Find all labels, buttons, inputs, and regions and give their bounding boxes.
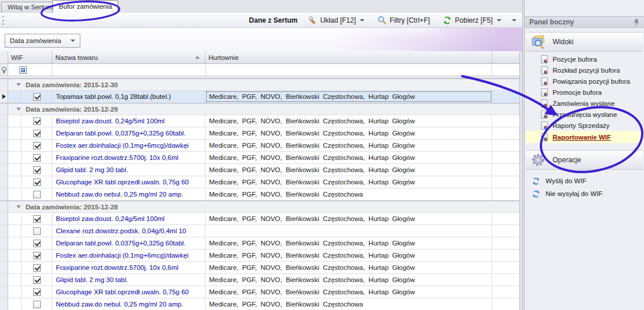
wholesalers-cell[interactable]: Medicare, PGF, NOVO, Bieńkowski Częstoch… (206, 176, 492, 188)
wif-cell[interactable] (22, 298, 52, 310)
table-row[interactable]: Fraxiparine rozt.dowstrz.5700j. 10x 0,6m… (0, 262, 519, 274)
wholesalers-cell[interactable]: Medicare, PGF, NOVO, Bieńkowski Częstoch… (206, 286, 492, 298)
wif-cell[interactable] (22, 262, 52, 273)
table-row[interactable]: Delparan tabl.powl. 0,0375g+0,325g 60tab… (0, 237, 519, 250)
product-name-cell[interactable]: Biseptol zaw.doust. 0,24g/5ml 100ml (52, 115, 206, 127)
wif-checkbox[interactable] (33, 166, 41, 174)
pin-icon[interactable] (634, 19, 639, 26)
product-name-cell[interactable]: Glipid tabl. 2 mg 30 tabl. (52, 164, 206, 176)
wif-checkbox[interactable] (33, 191, 41, 198)
group-row[interactable]: Data zamówienia: 2015-12-30 (0, 79, 519, 91)
product-name-cell[interactable]: Clexane rozt.dowstrz.podsk. 0,04g/0,4ml … (52, 225, 206, 237)
product-name-cell[interactable]: Nebbud zaw.do nebul. 0,25 mg/ml 20 amp. (52, 298, 206, 310)
table-row[interactable]: Glipid tabl. 2 mg 30 tabl.Medicare, PGF,… (0, 274, 519, 286)
wif-cell[interactable] (22, 286, 52, 298)
product-name-cell[interactable]: Fraxiparine rozt.dowstrz.5700j. 10x 0,6m… (52, 262, 206, 273)
sidebar-item-raportowanie-wif[interactable]: Raportowanie WIF (526, 131, 643, 143)
product-name-cell[interactable]: Fraxiparine rozt.dowstrz.5700j. 10x 0,6m… (52, 152, 206, 163)
wholesalers-cell[interactable]: Medicare, PGF, NOVO, Bieńkowski Częstoch… (206, 274, 492, 286)
wif-checkbox[interactable] (33, 93, 41, 101)
wholesalers-cell[interactable]: Medicare, PGF, NOVO, Bieńkowski Częstoch… (206, 140, 492, 151)
product-name-cell[interactable]: Fostex aer.doinhalacji (0,1mg+6mcg)/dawk… (52, 250, 206, 261)
wif-cell[interactable] (22, 274, 52, 286)
table-row[interactable]: Fraxiparine rozt.dowstrz.5700j. 10x 0,6m… (0, 152, 519, 164)
table-row[interactable]: Biseptol zaw.doust. 0,24g/5ml 100mlMedic… (0, 213, 519, 225)
wif-checkbox[interactable] (33, 142, 41, 149)
product-name-cell[interactable]: Glucophage XR tabl.oprzedł.uwaln. 0,75g … (52, 176, 206, 188)
wif-cell[interactable] (22, 250, 52, 261)
sidebar-item-view[interactable]: Rozkład pozycji bufora (526, 65, 643, 76)
table-row[interactable]: Glucophage XR tabl.oprzedł.uwaln. 0,75g … (0, 286, 519, 298)
table-row[interactable]: Nebbud zaw.do nebul. 0,25 mg/ml 20 amp.M… (0, 188, 519, 201)
wif-checkbox[interactable] (33, 264, 41, 272)
table-row[interactable]: Glipid tabl. 2 mg 30 tabl.Medicare, PGF,… (0, 164, 519, 176)
sidebar-item-operation[interactable]: Nie wysyłaj do WIF (526, 187, 643, 200)
product-name-cell[interactable]: Nebbud zaw.do nebul. 0,25 mg/ml 20 amp. (52, 188, 206, 200)
product-name-cell[interactable]: Topamax tabl.powl. 0,1g 28tabl.(butel.) (52, 91, 206, 102)
collapse-triangle-icon[interactable] (16, 83, 21, 86)
layout-button[interactable]: Układ [F12] (306, 15, 367, 26)
wholesalers-cell[interactable] (206, 225, 492, 237)
sidebar-item-view[interactable]: Raporty Sprzedaży (526, 120, 643, 131)
group-by-button[interactable]: Data zamówienia (5, 34, 80, 48)
product-name-cell[interactable]: Delparan tabl.powl. 0,0375g+0,325g 60tab… (52, 237, 206, 249)
wholesalers-cell[interactable]: Medicare, PGF, NOVO, Bieńkowski Częstoch… (206, 115, 492, 127)
product-name-cell[interactable]: Biseptol zaw.doust. 0,24g/5ml 100ml (52, 213, 206, 225)
sidebar-item-view[interactable]: Pozycje bufora (526, 54, 643, 65)
fetch-button[interactable]: Pobierz [F5] (440, 15, 504, 26)
wif-cell[interactable] (22, 140, 52, 151)
wif-checkbox[interactable] (33, 288, 41, 296)
table-row[interactable]: Fostex aer.doinhalacji (0,1mg+6mcg)/dawk… (0, 140, 519, 152)
product-name-cell[interactable]: Fostex aer.doinhalacji (0,1mg+6mcg)/dawk… (52, 140, 206, 151)
product-name-cell[interactable]: Glucophage XR tabl.oprzedł.uwaln. 0,75g … (52, 286, 206, 298)
table-row[interactable]: Biseptol zaw.doust. 0,24g/5ml 100mlMedic… (0, 115, 519, 127)
column-header-wif[interactable]: WiF (8, 51, 52, 63)
wif-checkbox[interactable] (33, 130, 41, 137)
wif-cell[interactable] (22, 115, 52, 127)
wif-checkbox[interactable] (33, 215, 41, 223)
wif-cell[interactable] (22, 164, 52, 176)
group-row[interactable]: Data zamówienia: 2015-12-28 (0, 201, 519, 213)
sidebar-item-view[interactable]: Powiązania pozycji bufora (526, 76, 643, 87)
wif-checkbox[interactable] (33, 117, 41, 125)
wif-cell[interactable] (22, 237, 52, 249)
chevron-down-icon[interactable] (70, 40, 75, 42)
filter-cell-wif[interactable] (8, 64, 52, 76)
tab-witaj-w-sertum[interactable]: Witaj w Sertum (1, 2, 59, 13)
wif-checkbox[interactable] (33, 154, 41, 162)
wholesalers-cell[interactable]: Medicare, PGF, NOVO, Bieńkowski Częstoch… (206, 127, 492, 139)
filter-cell-hurtownie[interactable] (206, 64, 492, 76)
wif-checkbox[interactable] (33, 227, 41, 235)
wif-cell[interactable] (22, 127, 52, 139)
collapse-triangle-icon[interactable] (16, 205, 21, 208)
wholesalers-cell[interactable]: Medicare, PGF, NOVO, Bieńkowski Częstoch… (206, 91, 492, 102)
column-header-nazwa-towaru[interactable]: Nazwa towaru (52, 51, 206, 63)
wholesalers-cell[interactable]: Medicare, PGF, NOVO, Bieńkowski Częstoch… (206, 298, 492, 310)
table-row[interactable]: Topamax tabl.powl. 0,1g 28tabl.(butel.)M… (0, 91, 519, 103)
wholesalers-cell[interactable]: Medicare, PGF, NOVO, Bieńkowski Częstoch… (206, 250, 492, 261)
product-name-cell[interactable]: Delparan tabl.powl. 0,0375g+0,325g 60tab… (52, 127, 206, 139)
wholesalers-cell[interactable]: Medicare, PGF, NOVO, Bieńkowski Częstoch… (206, 188, 492, 200)
sidebar-item-view[interactable]: Promocje bufora (526, 87, 643, 98)
sidebar-item-view[interactable]: Zamówienia wysłane (526, 98, 643, 109)
section-header-widoki[interactable]: Widoki (526, 32, 643, 52)
table-row[interactable]: Delparan tabl.powl. 0,0375g+0,325g 60tab… (0, 127, 519, 140)
wif-checkbox[interactable] (33, 240, 41, 247)
filters-button[interactable]: Filtry [Ctrl+F] (375, 15, 432, 26)
sidebar-item-view[interactable]: Przesunięcia wysłane (526, 109, 643, 120)
wif-cell[interactable] (22, 225, 52, 237)
wholesalers-cell[interactable]: Medicare, PGF, NOVO, Bieńkowski Częstoch… (206, 262, 492, 273)
wif-checkbox[interactable] (33, 276, 41, 284)
group-row[interactable]: Data zamówienia: 2015-12-29 (0, 103, 519, 115)
wif-cell[interactable] (22, 91, 52, 102)
collapse-triangle-icon[interactable] (16, 108, 21, 111)
wif-checkbox[interactable] (33, 301, 41, 308)
wholesalers-cell[interactable]: Medicare, PGF, NOVO, Bieńkowski Częstoch… (206, 164, 492, 176)
chevron-down-icon[interactable] (360, 19, 365, 22)
wholesalers-cell[interactable]: Medicare, PGF, NOVO, Bieńkowski Częstoch… (206, 152, 492, 163)
table-row[interactable]: Fostex aer.doinhalacji (0,1mg+6mcg)/dawk… (0, 250, 519, 262)
wif-cell[interactable] (22, 188, 52, 200)
sidebar-item-operation[interactable]: Wyślij do WIF (526, 174, 643, 187)
toolbar-overflow-chevron-down-icon[interactable] (512, 19, 516, 22)
wholesalers-cell[interactable]: Medicare, PGF, NOVO, Bieńkowski Częstoch… (206, 237, 492, 249)
